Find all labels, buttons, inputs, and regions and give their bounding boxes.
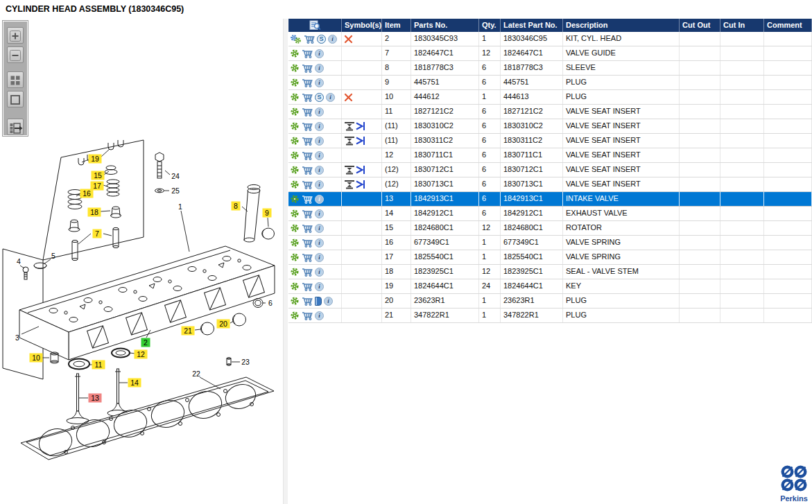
info-icon[interactable]: i	[315, 224, 324, 233]
service-book-icon[interactable]	[315, 297, 322, 306]
info-icon[interactable]: i	[315, 137, 324, 146]
table-row[interactable]: i (12)1830713C161830713C1VALVE SEAT INSE…	[288, 177, 812, 192]
info-icon[interactable]: i	[324, 297, 333, 306]
callout-7[interactable]: 7	[93, 229, 102, 238]
info-icon[interactable]: i	[315, 209, 324, 218]
add-to-cart-icon[interactable]	[302, 93, 313, 102]
info-icon[interactable]: i	[315, 166, 324, 175]
add-to-cart-icon[interactable]	[302, 253, 313, 262]
add-to-cart-icon[interactable]	[302, 137, 313, 146]
gear-icon[interactable]	[290, 267, 300, 277]
gear-icon[interactable]	[290, 238, 300, 247]
gear-icon[interactable]	[290, 121, 300, 131]
add-to-cart-icon[interactable]	[302, 268, 313, 277]
callout-10[interactable]: 10	[30, 354, 43, 363]
info-icon[interactable]: i	[315, 180, 324, 189]
table-row[interactable]: i171825540C111825540C1VALVE SPRING	[288, 250, 812, 265]
valve-seat-symbol-icon[interactable]	[344, 180, 365, 189]
callout-20[interactable]: 20	[217, 320, 230, 329]
add-to-cart-icon[interactable]	[302, 224, 313, 233]
callout-21[interactable]: 21	[182, 327, 195, 336]
add-to-cart-icon[interactable]	[302, 166, 313, 175]
gear-icon[interactable]	[290, 150, 300, 160]
info-icon[interactable]: i	[315, 268, 324, 277]
info-icon[interactable]: i	[315, 282, 324, 291]
add-to-cart-icon[interactable]	[302, 49, 313, 58]
callout-19[interactable]: 19	[89, 155, 102, 164]
table-row[interactable]: i81818778C361818778C3SLEEVE	[288, 61, 812, 76]
table-row[interactable]: i94457516445751PLUG	[288, 76, 812, 90]
gear-icon[interactable]	[290, 78, 300, 87]
table-row[interactable]: i181823925C1121823925C1SEAL - VALVE STEM	[288, 265, 812, 279]
gear-icon[interactable]	[290, 136, 300, 146]
add-to-cart-icon[interactable]	[302, 78, 313, 87]
add-to-cart-icon[interactable]	[302, 122, 313, 131]
table-row[interactable]: i2023623R1123623R1PLUG	[288, 294, 812, 309]
table-row[interactable]: i (11)1830310C261830310C2VALVE SEAT INSE…	[288, 119, 812, 134]
info-icon[interactable]: i	[315, 107, 324, 116]
gear-icon[interactable]	[290, 209, 300, 218]
header-item[interactable]: Item	[382, 19, 411, 32]
header-cut-out[interactable]: Cut Out	[680, 19, 720, 32]
discontinued-x-icon[interactable]	[344, 93, 353, 102]
gear-icon[interactable]	[290, 252, 300, 262]
table-row[interactable]: Si 104446121444613PLUG	[288, 90, 812, 105]
gear-icon[interactable]	[290, 180, 300, 189]
header-parts-no-[interactable]: Parts No.	[411, 19, 479, 32]
table-row[interactable]: i21347822R11347822R1PLUG	[288, 309, 812, 323]
header-select-column[interactable]	[288, 19, 342, 32]
info-icon[interactable]: i	[315, 253, 324, 262]
add-to-cart-icon[interactable]	[302, 195, 313, 204]
add-to-cart-icon[interactable]	[302, 311, 313, 320]
table-row[interactable]: i121830711C161830711C1VALVE SEAT INSERT	[288, 148, 812, 163]
callout-8[interactable]: 8	[232, 202, 241, 211]
gear-icon[interactable]	[290, 281, 300, 291]
gear-icon[interactable]	[290, 92, 300, 102]
info-icon[interactable]: i	[315, 78, 324, 87]
supersession-icon[interactable]: S	[317, 35, 326, 44]
supersession-icon[interactable]: S	[315, 93, 324, 102]
gear-icon[interactable]	[290, 311, 300, 320]
table-row[interactable]: i71824647C1121824647C1VALVE GUIDE	[288, 46, 812, 61]
table-row[interactable]: i141842912C161842912C1EXHAUST VALVE	[288, 207, 812, 221]
gear-icon[interactable]	[290, 165, 300, 175]
info-icon[interactable]: i	[315, 49, 324, 58]
callout-16[interactable]: 16	[80, 189, 94, 198]
table-row[interactable]: i191824644C1241824644C1KEY	[288, 279, 812, 294]
add-to-cart-icon[interactable]	[302, 107, 313, 116]
header-symbol-s-[interactable]: Symbol(s)	[342, 19, 382, 32]
add-to-cart-icon[interactable]	[302, 64, 313, 73]
header-qty-[interactable]: Qty.	[479, 19, 501, 32]
info-icon[interactable]: i	[315, 311, 324, 320]
discontinued-x-icon[interactable]	[344, 35, 353, 44]
add-to-cart-icon[interactable]	[302, 238, 313, 247]
valve-seat-symbol-icon[interactable]	[344, 136, 365, 146]
table-row[interactable]: i131842913C161842913C1INTAKE VALVE	[288, 192, 812, 207]
table-row[interactable]: i16677349C11677349C1VALVE SPRING	[288, 236, 812, 250]
callout-2[interactable]: 2	[141, 338, 150, 347]
gear-icon[interactable]	[290, 194, 300, 204]
info-icon[interactable]: i	[315, 151, 324, 160]
callout-12[interactable]: 12	[135, 350, 148, 359]
gear-icon[interactable]	[290, 107, 300, 116]
table-row[interactable]: i151824680C1121824680C1ROTATOR	[288, 221, 812, 236]
gear-icon[interactable]	[290, 49, 300, 58]
info-icon[interactable]: i	[315, 122, 324, 131]
gear-icon[interactable]	[290, 296, 300, 306]
table-row[interactable]: Si 21830345C9311830346C95KIT, CYL. HEAD	[288, 32, 812, 46]
callout-18[interactable]: 18	[88, 208, 101, 217]
callout-15[interactable]: 15	[92, 171, 105, 180]
header-comment[interactable]: Comment	[764, 19, 812, 32]
info-icon[interactable]: i	[315, 64, 324, 73]
add-to-cart-icon[interactable]	[302, 180, 313, 189]
info-icon[interactable]: i	[315, 195, 324, 204]
valve-seat-symbol-icon[interactable]	[344, 165, 365, 175]
table-row[interactable]: i (11)1830311C261830311C2VALVE SEAT INSE…	[288, 134, 812, 148]
add-to-cart-icon[interactable]	[304, 35, 315, 44]
gear-icon[interactable]	[290, 63, 300, 73]
gear-icon[interactable]	[290, 223, 300, 233]
header-description[interactable]: Description	[563, 19, 680, 32]
add-to-cart-icon[interactable]	[302, 282, 313, 291]
table-row[interactable]: i (12)1830712C161830712C1VALVE SEAT INSE…	[288, 163, 812, 177]
add-to-cart-icon[interactable]	[302, 209, 313, 218]
